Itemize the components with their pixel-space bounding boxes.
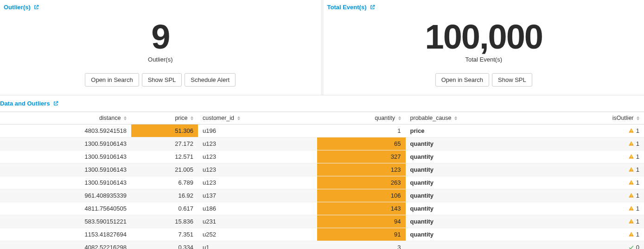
- column-header-is-outlier[interactable]: isOutlier: [548, 112, 644, 124]
- column-header-customer-id[interactable]: customer_id: [198, 112, 317, 124]
- table-row[interactable]: 1300.591061436.789u123263quantity1: [0, 176, 644, 189]
- svg-rect-3: [631, 144, 631, 145]
- table-body: 4803.5924151851.306u1961price11300.59106…: [0, 124, 644, 249]
- column-header-price[interactable]: price: [131, 112, 198, 124]
- table-header-row: distance price customer_id quantity prob…: [0, 112, 644, 124]
- table-section-title[interactable]: Data and Outliers: [0, 100, 58, 107]
- outliers-single-value: 9 Outlier(s) Open in Search Show SPL Sch…: [4, 20, 317, 87]
- svg-rect-6: [631, 168, 631, 170]
- cell-probable-cause: price: [406, 124, 549, 137]
- cell-quantity: 1: [317, 124, 405, 137]
- table-row[interactable]: 1300.5910614312.571u123327quantity1: [0, 150, 644, 163]
- cell-price: 15.836: [131, 215, 198, 228]
- cell-customer-id: u231: [198, 215, 317, 228]
- column-label: isOutlier: [612, 115, 634, 121]
- cell-price: 0.334: [131, 241, 198, 249]
- cell-is-outlier: 1: [548, 189, 644, 202]
- table-row[interactable]: 1300.5910614327.172u12365quantity1: [0, 137, 644, 150]
- svg-rect-5: [631, 157, 631, 158]
- svg-rect-4: [631, 156, 631, 157]
- cell-quantity: 143: [317, 202, 405, 215]
- total-events-panel: Total Event(s) 100,000 Total Event(s) Op…: [324, 0, 644, 95]
- show-spl-button[interactable]: Show SPL: [492, 73, 532, 87]
- external-link-icon[interactable]: [53, 100, 58, 107]
- outliers-caption: Outlier(s): [4, 56, 317, 63]
- cell-customer-id: u137: [198, 189, 317, 202]
- show-spl-button[interactable]: Show SPL: [142, 73, 182, 87]
- open-in-search-button[interactable]: Open in Search: [85, 73, 139, 87]
- cell-customer-id: u123: [198, 150, 317, 163]
- cell-customer-id: u1: [198, 241, 317, 249]
- cell-customer-id: u252: [198, 228, 317, 241]
- column-label: probable_cause: [410, 115, 452, 121]
- outliers-panel-title[interactable]: Outlier(s): [4, 4, 317, 11]
- cell-is-outlier: 1: [548, 124, 644, 137]
- cell-is-outlier: 1: [548, 137, 644, 150]
- cell-price: 7.351: [131, 228, 198, 241]
- table-row[interactable]: 4082.522162980.334u130: [0, 241, 644, 249]
- sort-icon[interactable]: [191, 116, 193, 120]
- warning-icon: [628, 218, 636, 225]
- svg-rect-9: [631, 183, 631, 184]
- column-label: distance: [99, 115, 121, 121]
- sort-icon[interactable]: [398, 116, 401, 120]
- sort-icon[interactable]: [237, 116, 240, 120]
- table-row[interactable]: 4803.5924151851.306u1961price1: [0, 124, 644, 137]
- cell-probable-cause: quantity: [406, 202, 549, 215]
- events-count: 100,000: [327, 20, 641, 54]
- svg-rect-0: [631, 130, 631, 131]
- svg-rect-15: [631, 222, 631, 223]
- external-link-icon[interactable]: [370, 4, 375, 11]
- cell-customer-id: u123: [198, 176, 317, 189]
- outliers-title-text: Outlier(s): [4, 4, 31, 11]
- warning-icon: [628, 140, 636, 147]
- cell-quantity: 106: [317, 189, 405, 202]
- cell-customer-id: u186: [198, 202, 317, 215]
- sort-icon[interactable]: [124, 116, 127, 120]
- warning-icon: [628, 166, 636, 173]
- cell-probable-cause: quantity: [406, 228, 549, 241]
- outliers-panel: Outlier(s) 9 Outlier(s) Open in Search S…: [0, 0, 324, 95]
- warning-icon: [628, 153, 636, 160]
- svg-rect-17: [631, 235, 631, 236]
- column-header-distance[interactable]: distance: [0, 112, 131, 124]
- outliers-button-row: Open in Search Show SPL Schedule Alert: [4, 73, 317, 87]
- events-button-row: Open in Search Show SPL: [327, 73, 641, 87]
- cell-distance: 1153.41827694: [0, 228, 131, 241]
- column-label: price: [175, 115, 187, 121]
- svg-rect-2: [631, 143, 631, 144]
- table-row[interactable]: 4811.756405050.617u186143quantity1: [0, 202, 644, 215]
- cell-quantity: 3: [317, 241, 405, 249]
- table-row[interactable]: 961.40893533916.92u137106quantity1: [0, 189, 644, 202]
- svg-rect-8: [631, 181, 631, 183]
- summary-panels: Outlier(s) 9 Outlier(s) Open in Search S…: [0, 0, 644, 95]
- outliers-count: 9: [4, 20, 317, 54]
- cell-price: 16.92: [131, 189, 198, 202]
- cell-quantity: 263: [317, 176, 405, 189]
- cell-quantity: 91: [317, 228, 405, 241]
- column-header-probable-cause[interactable]: probable_cause: [406, 112, 549, 124]
- cell-distance: 1300.59106143: [0, 137, 131, 150]
- cell-price: 51.306: [131, 124, 198, 137]
- cell-customer-id: u123: [198, 163, 317, 176]
- sort-icon[interactable]: [454, 116, 457, 120]
- events-panel-title[interactable]: Total Event(s): [327, 4, 641, 11]
- table-row[interactable]: 1153.418276947.351u25291quantity1: [0, 228, 644, 241]
- table-row[interactable]: 1300.5910614321.005u123123quantity1: [0, 163, 644, 176]
- cell-distance: 1300.59106143: [0, 163, 131, 176]
- cell-distance: 4082.52216298: [0, 241, 131, 249]
- open-in-search-button[interactable]: Open in Search: [435, 73, 489, 87]
- warning-icon: [628, 192, 636, 199]
- svg-rect-13: [631, 209, 631, 210]
- schedule-alert-button[interactable]: Schedule Alert: [185, 73, 236, 87]
- cell-probable-cause: quantity: [406, 215, 549, 228]
- svg-rect-1: [631, 131, 631, 132]
- cell-customer-id: u123: [198, 137, 317, 150]
- cell-probable-cause: [406, 241, 549, 249]
- column-header-quantity[interactable]: quantity: [317, 112, 405, 124]
- cell-is-outlier: 0: [548, 241, 644, 249]
- external-link-icon[interactable]: [34, 4, 39, 11]
- table-row[interactable]: 583.59015122115.836u23194quantity1: [0, 215, 644, 228]
- sort-icon[interactable]: [637, 116, 639, 120]
- cell-is-outlier: 1: [548, 150, 644, 163]
